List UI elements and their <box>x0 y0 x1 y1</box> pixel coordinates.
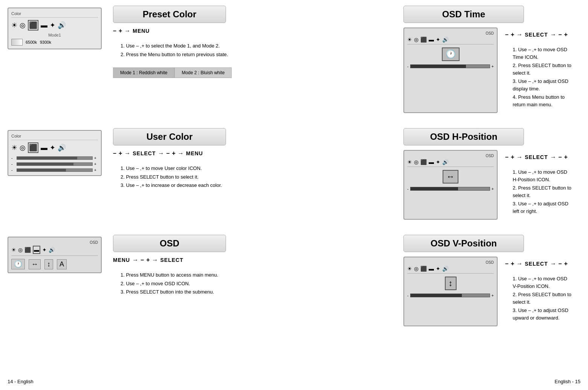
osdv-inst-2: 2. Press SELECT button to select it. <box>513 291 573 306</box>
osd-menu-label: MENU <box>113 257 130 263</box>
user-color-nav: – + → SELECT → – + → MENU <box>113 150 381 157</box>
mode1-button[interactable]: Mode 1 : Reddish white <box>113 67 174 78</box>
preset-color-instructions: 1. Use – ,+ to select the Mode 1, and Mo… <box>113 37 381 63</box>
osd-vpos-instructions: 1. Use – ,+ to move OSD V-Position ICON.… <box>505 270 580 326</box>
uc-plus2: + <box>172 150 175 157</box>
osdv-brightness-icon: ☀ <box>407 266 412 272</box>
hpos-bar-plus: + <box>492 187 494 191</box>
osd-inst-3: 3. Press SELECT button into the submenu. <box>121 288 373 296</box>
osdv-arrow: → <box>516 260 522 267</box>
osdh-brightness-icon: ☀ <box>407 159 412 165</box>
vpos-bar-plus: + <box>492 293 494 298</box>
osd-time-instructions: 1. Use – ,+ to move OSD Time ICON. 2. Pr… <box>505 41 580 113</box>
preset-color-monitor: Color ☀ ◎ ⬛ ▬ ✦ 🔊 Mode1 6500k 9300k <box>8 8 102 49</box>
osd-hpos-instructions-area: – + → SELECT → – + 1. Use – ,+ to move O… <box>505 150 580 220</box>
preset-color-section: Preset Color – + → MENU 1. Use – ,+ to s… <box>109 4 385 119</box>
osd-sub-hpos-icon: ↔ <box>29 259 41 269</box>
bar-plus: + <box>492 64 494 69</box>
osd-time-arrow2: → <box>550 31 556 38</box>
osd-select-label: SELECT <box>160 257 183 263</box>
osdh-arrow2: → <box>550 154 556 161</box>
osdv-position-icon: ▬ <box>429 266 434 272</box>
preset-color-monitor-panel: Color ☀ ◎ ⬛ ▬ ✦ 🔊 Mode1 6500k 9300k <box>4 4 109 119</box>
osd-hpos-selected-icon: ↔ <box>443 170 458 184</box>
osdh-select: SELECT <box>525 154 548 160</box>
b-plus: + <box>94 168 98 172</box>
osd-sub-time-icon: 🕐 <box>11 259 25 269</box>
osdv-audio-icon: 🔊 <box>442 266 449 272</box>
osdv-plus2: + <box>564 260 567 267</box>
preset-minus: – <box>113 28 116 34</box>
osdv-inst-1: 1. Use – ,+ to move OSD V-Position ICON. <box>513 275 573 290</box>
bar-minus: - <box>407 64 409 69</box>
osdv-settings-icon: ✦ <box>436 266 440 272</box>
osd-main-color-icon: ⬛ <box>24 247 31 253</box>
preset-plus: + <box>119 28 122 34</box>
color-icon: ⬛ <box>28 20 38 31</box>
osd-inst-2: 2. Use – ,+ to move OSD ICON. <box>121 280 373 288</box>
osd-vpos-selected-icon: ↕ <box>445 277 457 290</box>
preset-color-nav: – + → MENU <box>113 28 381 34</box>
uc-arrow2: → <box>158 150 164 157</box>
osd-time-minus2: – <box>558 31 562 38</box>
osd-brightness-icon: ☀ <box>407 37 412 43</box>
uc-audio-icon: 🔊 <box>58 144 66 152</box>
uc-inst-1: 1. Use – ,+ to move User color ICON. <box>121 165 373 172</box>
osd-audio-icon: 🔊 <box>442 37 449 43</box>
osdh-audio-icon: 🔊 <box>442 159 449 165</box>
osd-main-contrast-icon: ◎ <box>18 247 23 253</box>
osd-section: OSD MENU → – + → SELECT 1. Press MENU bu… <box>109 233 385 332</box>
uc-inst-3: 3. Use – ,+ to increase or decrease each… <box>121 182 373 189</box>
osd-position-icon: ▬ <box>429 37 434 43</box>
osd-time-plus2: + <box>564 31 567 38</box>
osdv-arrow2: → <box>550 260 556 267</box>
uc-arrow: → <box>124 150 130 157</box>
osd-time-section: OSD Time OSD ☀ ◎ ⬛ ▬ ✦ 🔊 <box>400 4 584 119</box>
osd-title: OSD <box>125 238 214 249</box>
osd-plus: + <box>146 257 150 263</box>
osd-hpos-screen-label: OSD <box>407 154 494 158</box>
osdv-minus: – <box>505 260 509 267</box>
osd-hpos-nav: – + → SELECT → – + <box>505 154 580 161</box>
osd-hpos-section: OSD H-Position OSD ☀ ◎ ⬛ ▬ ✦ 🔊 ↔ <box>400 126 584 225</box>
osd-time-inst-3: 3. Use – ,+ to adjust OSD display time. <box>513 78 573 92</box>
uc-minus: – <box>113 150 116 157</box>
user-color-monitor-label: Color <box>11 134 21 138</box>
uc-menu: MENU <box>186 150 203 156</box>
osd-hpos-monitor: OSD ☀ ◎ ⬛ ▬ ✦ 🔊 ↔ - <box>403 150 498 220</box>
osd-nav: MENU → – + → SELECT <box>113 257 381 263</box>
osd-sub-lang-icon: A <box>57 259 67 269</box>
osdv-contrast-icon: ◎ <box>414 266 418 272</box>
osd-hpos-instructions: 1. Use – ,+ to move OSD H-Position ICON.… <box>505 164 580 220</box>
osd-time-inst-2: 2. Press SELECT button to select it. <box>513 62 573 76</box>
osd-time-plus: + <box>511 31 514 38</box>
osd-vpos-screen-label: OSD <box>407 260 494 265</box>
user-color-monitor-panel: Color ☀ ◎ ⬛ ▬ ✦ 🔊 - <box>4 126 109 225</box>
osdh-contrast-icon: ◎ <box>414 159 418 165</box>
uc-plus: + <box>119 150 122 157</box>
r-minus: - <box>11 156 15 160</box>
temp2-label: 9300k <box>40 40 51 44</box>
osdv-minus2: – <box>558 260 562 267</box>
osdv-plus: + <box>511 260 514 267</box>
osdh-minus2: – <box>558 154 562 161</box>
osdh-position-icon: ▬ <box>429 159 434 165</box>
osd-time-inst-1: 1. Use – ,+ to move OSD Time ICON. <box>513 46 573 61</box>
osd-main-brightness-icon: ☀ <box>11 247 16 253</box>
footer-right: English - 15 <box>554 379 580 384</box>
preset-arrow: → <box>124 28 130 34</box>
vpos-bar-minus: - <box>407 293 409 298</box>
mode2-button[interactable]: Mode 2 : Bluish white <box>174 67 232 78</box>
osd-time-screen-label: OSD <box>407 31 494 35</box>
osd-vpos-section: OSD V-Position OSD ☀ ◎ ⬛ ▬ ✦ 🔊 ↕ <box>400 233 584 332</box>
osd-time-selected-icon: 🕐 <box>442 47 460 61</box>
uc-minus2: – <box>166 150 170 157</box>
osd-inst-1: 1. Press MENU button to access main menu… <box>121 271 373 279</box>
osd-nav-arrow2: → <box>152 257 158 263</box>
user-color-section: User Color – + → SELECT → – + → MENU 1. … <box>109 126 385 225</box>
osdh-minus: – <box>505 154 509 161</box>
preset-menu-label: MENU <box>133 28 150 34</box>
b-minus: - <box>11 168 15 172</box>
user-color-monitor: Color ☀ ◎ ⬛ ▬ ✦ 🔊 - <box>8 130 102 176</box>
hpos-bar-minus: - <box>407 187 409 191</box>
